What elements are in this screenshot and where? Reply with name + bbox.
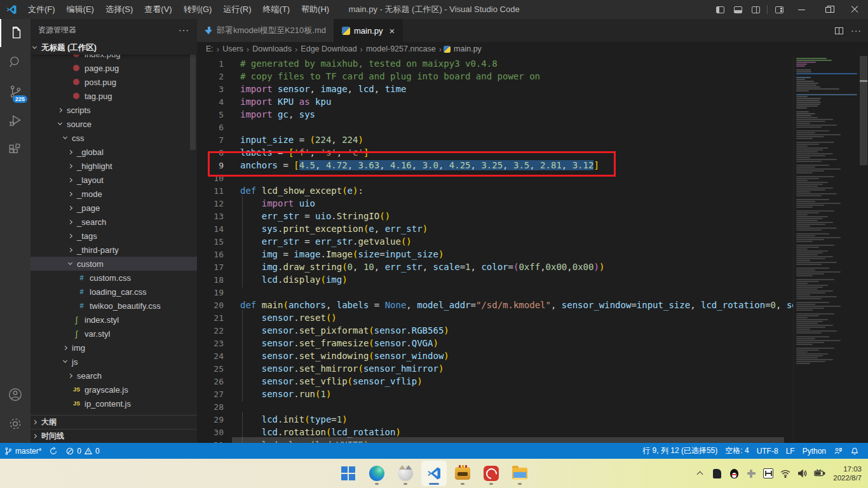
minimap[interactable] [793, 56, 859, 443]
code-line-28[interactable]: 28 [197, 400, 868, 413]
sync-status[interactable] [45, 443, 62, 459]
tray-qq-icon[interactable] [728, 467, 740, 480]
activitybar-source-control[interactable]: 225 [0, 78, 31, 105]
menu-item-文件-f[interactable]: 文件(F) [22, 0, 61, 19]
tree-item-highlight[interactable]: _highlight [31, 159, 197, 173]
code-line-7[interactable]: 7input_size = (224, 224) [197, 133, 868, 146]
language-status[interactable]: Python [799, 443, 830, 459]
activitybar-run-debug[interactable] [0, 107, 31, 135]
tray-volume-icon[interactable] [796, 467, 809, 480]
breadcrumb-file[interactable]: main.py [444, 44, 482, 53]
activitybar-explorer[interactable] [0, 19, 31, 47]
menu-item-查看-v[interactable]: 查看(V) [139, 0, 177, 19]
breadcrumb-segment[interactable]: Edge Download [301, 44, 356, 53]
code-line-8[interactable]: 8labels = ['f', 's', 'c'] [197, 146, 868, 159]
tree-item-post-pug[interactable]: post.pug [31, 75, 197, 89]
code-line-2[interactable]: 2# copy files to TF card and plug into b… [197, 70, 868, 83]
tree-item-source[interactable]: source [31, 117, 197, 131]
taskbar-app-cat-app[interactable] [393, 461, 418, 486]
tree-item-tags[interactable]: _tags [31, 229, 197, 243]
tray-ime-icon[interactable] [745, 467, 757, 480]
code-line-26[interactable]: 26 sensor.set_vflip(sensor_vflip) [197, 375, 868, 388]
split-editor-icon[interactable] [835, 27, 843, 34]
activitybar-search[interactable] [0, 48, 31, 76]
horizontal-scrollbar[interactable] [232, 437, 784, 443]
customize-layout-button[interactable] [770, 0, 788, 19]
notifications-button[interactable] [846, 443, 863, 459]
taskbar-app-windows-start[interactable] [336, 461, 361, 486]
tree-item-search[interactable]: search [31, 369, 197, 383]
code-line-23[interactable]: 23 sensor.set_framesize(sensor.QVGA) [197, 337, 868, 349]
problems-status[interactable]: 0 0 [62, 443, 103, 459]
close-window-button[interactable] [841, 0, 868, 19]
activitybar-extensions[interactable] [0, 136, 31, 164]
code-line-30[interactable]: 30 lcd.rotation(lcd_rotation) [197, 426, 868, 438]
branch-status[interactable]: master* [0, 443, 45, 459]
tray-h-app-icon[interactable] [762, 467, 775, 480]
menu-item-选择-s[interactable]: 选择(S) [100, 0, 139, 19]
tree-item-loading-car-css[interactable]: #loading_car.css [31, 285, 197, 299]
more-actions-icon[interactable]: ··· [851, 25, 862, 36]
tray-battery-icon[interactable] [813, 467, 826, 480]
code-line-27[interactable]: 27 sensor.run(1) [197, 388, 868, 400]
tree-item-css[interactable]: css [31, 131, 197, 145]
code-line-9[interactable]: 9anchors = [4.5, 4.72, 3.63, 4.16, 3.0, … [197, 159, 868, 172]
eol-status[interactable]: LF [782, 443, 799, 459]
tray-dark-app-icon[interactable] [710, 467, 723, 480]
code-line-11[interactable]: 11def lcd_show_except(e): [197, 184, 868, 197]
tree-item-tag-pug[interactable]: tag.pug [31, 89, 197, 103]
vertical-scrollbar[interactable] [859, 56, 868, 443]
code-line-25[interactable]: 25 sensor.set_hmirror(sensor_hmirror) [197, 362, 868, 375]
sidebar-more-actions[interactable]: ··· [179, 25, 189, 35]
breadcrumb-segment[interactable]: Users [222, 44, 243, 53]
code-line-24[interactable]: 24 sensor.set_windowing(sensor_window) [197, 349, 868, 362]
code-line-15[interactable]: 15 err_str = err_str.getvalue() [197, 235, 868, 248]
tree-item-js[interactable]: js [31, 355, 197, 369]
code-line-4[interactable]: 4import KPU as kpu [197, 95, 868, 108]
code-line-5[interactable]: 5import gc, sys [197, 108, 868, 121]
minimize-button[interactable] [788, 0, 815, 19]
taskbar-app-toy-robot-app[interactable] [450, 461, 475, 486]
toggle-sidebar-button[interactable] [711, 0, 729, 19]
code-line-3[interactable]: 3import sensor, image, lcd, time [197, 83, 868, 95]
tree-item-search[interactable]: _search [31, 215, 197, 229]
code-line-13[interactable]: 13 err_str = uio.StringIO() [197, 210, 868, 222]
tree-item-layout[interactable]: _layout [31, 173, 197, 187]
menu-item-终端-t[interactable]: 终端(T) [257, 0, 295, 19]
breadcrumb-segment[interactable]: model-9257.nncase [366, 44, 436, 53]
tree-item-page[interactable]: _page [31, 201, 197, 215]
cursor-position-status[interactable]: 行 9, 列 12 (已选择55) [639, 443, 721, 459]
tray-chevron-up-icon[interactable] [693, 467, 706, 480]
menu-item-转到-g[interactable]: 转到(G) [178, 0, 218, 19]
tree-item-custom-css[interactable]: #custom.css [31, 271, 197, 285]
tree-item-global[interactable]: _global [31, 145, 197, 159]
code-line-1[interactable]: 1# generated by maixhub, tested on maixp… [197, 57, 868, 70]
tree-item-page-pug[interactable]: page.pug [31, 61, 197, 75]
restore-button[interactable] [815, 0, 841, 19]
taskbar-app-edge[interactable] [364, 461, 390, 486]
indentation-status[interactable]: 空格: 4 [721, 443, 752, 459]
code-line-10[interactable]: 10 [197, 172, 868, 184]
tree-item-custom[interactable]: custom [31, 257, 197, 271]
menu-item-编辑-e[interactable]: 编辑(E) [61, 0, 100, 19]
close-tab-icon[interactable]: × [389, 27, 395, 35]
encoding-status[interactable]: UTF-8 [753, 443, 782, 459]
code-line-16[interactable]: 16 img = image.Image(size=input_size) [197, 248, 868, 261]
tree-item-third-party[interactable]: _third-party [31, 243, 197, 257]
sidebar-section-时间线[interactable]: 时间线 [31, 429, 197, 443]
tab-main-py[interactable]: main.py× [334, 19, 403, 42]
tree-item-grayscale-js[interactable]: JSgrayscale.js [31, 383, 197, 396]
tree-item-index-pug[interactable]: index.pug [31, 55, 197, 61]
menu-item-运行-r[interactable]: 运行(R) [217, 0, 257, 19]
breadcrumb-segment[interactable]: E: [206, 44, 214, 53]
toggle-secondary-sidebar-button[interactable] [747, 0, 764, 19]
taskbar-app-netease-music[interactable] [478, 461, 504, 486]
vertical-scrollbar-thumb[interactable] [860, 56, 867, 165]
menu-item-帮助-h[interactable]: 帮助(H) [295, 0, 335, 19]
toggle-panel-button[interactable] [729, 0, 747, 19]
tree-item-ip-content-js[interactable]: JSip_content.js [31, 396, 197, 410]
workspace-root-row[interactable]: 无标题 (工作区) [31, 41, 197, 55]
tree-item-img[interactable]: img [31, 341, 197, 355]
code-line-29[interactable]: 29 lcd.init(type=1) [197, 413, 868, 426]
tree-item-var-styl[interactable]: ∫var.styl [31, 327, 197, 341]
